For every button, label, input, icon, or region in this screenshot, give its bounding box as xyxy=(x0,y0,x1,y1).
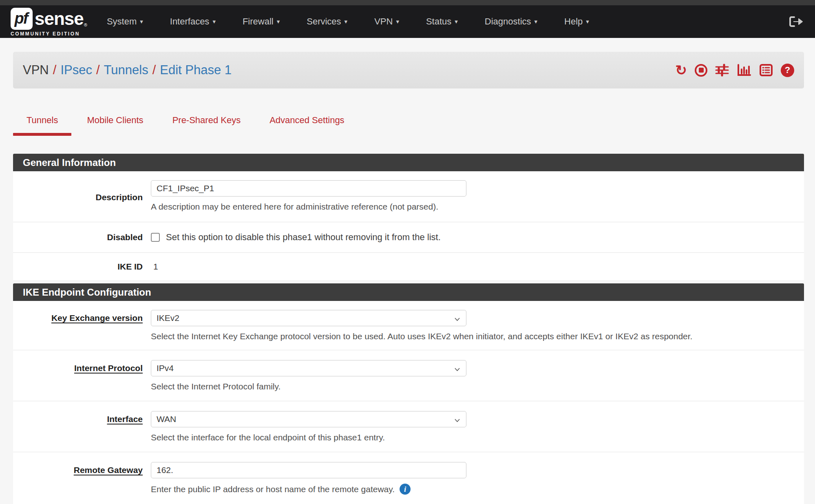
chevron-down-icon xyxy=(454,417,460,424)
description-input[interactable] xyxy=(151,180,466,197)
disabled-checkbox-text: Set this option to disable this phase1 w… xyxy=(166,232,441,243)
sign-out-icon[interactable] xyxy=(788,15,803,28)
form-row-disabled: Disabled Set this option to disable this… xyxy=(13,222,804,252)
disabled-label: Disabled xyxy=(107,232,143,242)
bar-chart-icon[interactable] xyxy=(737,64,751,77)
logo-name-text: sense xyxy=(35,9,84,29)
disabled-checkbox[interactable] xyxy=(151,233,160,242)
chevron-down-icon: ▾ xyxy=(345,18,348,25)
page-action-icons: ↻ xyxy=(676,64,795,77)
nav-item-help[interactable]: Help ▾ xyxy=(564,16,589,27)
form-row-key-exchange-version: Key Exchange version IKEv2 Select the In… xyxy=(13,301,804,350)
breadcrumb-link-ipsec[interactable]: IPsec xyxy=(60,63,92,77)
tab-tunnels[interactable]: Tunnels xyxy=(13,109,71,136)
key-exchange-version-select[interactable]: IKEv2 xyxy=(151,310,466,326)
active-tab-underline xyxy=(13,133,71,136)
tab-mobile-clients[interactable]: Mobile Clients xyxy=(73,109,157,136)
form-row-remote-gateway: Remote Gateway Enter the public IP addre… xyxy=(13,452,804,504)
description-help-text: A description may be entered here for ad… xyxy=(151,202,804,212)
nav-item-status[interactable]: Status ▾ xyxy=(426,16,458,27)
breadcrumb-separator: / xyxy=(148,63,160,77)
window-top-strip xyxy=(0,0,815,5)
interface-help-text: Select the interface for the local endpo… xyxy=(151,433,804,442)
nav-item-firewall[interactable]: Firewall ▾ xyxy=(243,16,280,27)
key-exchange-version-label[interactable]: Key Exchange version xyxy=(51,313,143,323)
chevron-down-icon xyxy=(454,316,460,323)
chevron-down-icon: ▾ xyxy=(586,18,589,25)
breadcrumb-section: VPN xyxy=(23,63,49,77)
internet-protocol-select[interactable]: IPv4 xyxy=(151,360,466,376)
tab-pre-shared-keys[interactable]: Pre-Shared Keys xyxy=(159,109,254,136)
form-row-description: Description A description may be entered… xyxy=(13,171,804,222)
form-row-internet-protocol: Internet Protocol IPv4 Select the Intern… xyxy=(13,350,804,401)
nav-item-vpn[interactable]: VPN ▾ xyxy=(374,16,399,27)
ike-id-value: 1 xyxy=(151,262,158,271)
sliders-icon[interactable] xyxy=(715,64,729,77)
nav-item-services[interactable]: Services ▾ xyxy=(307,16,347,27)
breadcrumb-separator: / xyxy=(49,63,61,77)
breadcrumb-bar: VPN / IPsec / Tunnels / Edit Phase 1 ↻ xyxy=(13,52,804,88)
panel-title-ike-endpoint-configuration: IKE Endpoint Configuration xyxy=(13,283,804,301)
remote-gateway-input[interactable] xyxy=(151,462,466,478)
chevron-down-icon: ▾ xyxy=(277,18,280,25)
nav-item-diagnostics[interactable]: Diagnostics ▾ xyxy=(485,16,537,27)
main-navbar: pf sense ® COMMUNITY EDITION System ▾ In… xyxy=(0,5,815,38)
remote-gateway-label[interactable]: Remote Gateway xyxy=(74,465,143,475)
description-label: Description xyxy=(95,192,143,202)
breadcrumb-link-edit-phase-1[interactable]: Edit Phase 1 xyxy=(160,63,232,77)
stop-icon[interactable] xyxy=(695,64,707,77)
remote-gateway-help-text: Enter the public IP address or host name… xyxy=(151,484,395,494)
logo-pf-text: pf xyxy=(15,10,29,27)
ipsec-tabs: Tunnels Mobile Clients Pre-Shared Keys A… xyxy=(13,109,360,136)
pfsense-logo-mark: pf xyxy=(11,8,33,30)
pfsense-logo[interactable]: pf sense ® COMMUNITY EDITION xyxy=(11,8,87,37)
chevron-down-icon: ▾ xyxy=(140,18,143,25)
tab-advanced-settings[interactable]: Advanced Settings xyxy=(256,109,358,136)
help-icon[interactable]: ? xyxy=(781,64,794,77)
key-exchange-version-help-text: Select the Internet Key Exchange protoco… xyxy=(151,332,804,341)
info-icon[interactable]: i xyxy=(400,484,411,495)
nav-item-system[interactable]: System ▾ xyxy=(107,16,143,27)
panel-title-general-information: General Information xyxy=(13,154,804,171)
nav-item-interfaces[interactable]: Interfaces ▾ xyxy=(170,16,216,27)
list-icon[interactable] xyxy=(759,64,773,77)
chevron-down-icon xyxy=(454,366,460,373)
breadcrumb-link-tunnels[interactable]: Tunnels xyxy=(104,63,148,77)
logo-subtitle: COMMUNITY EDITION xyxy=(11,31,87,37)
nav-menu: System ▾ Interfaces ▾ Firewall ▾ Service… xyxy=(107,16,589,27)
chevron-down-icon: ▾ xyxy=(534,18,538,25)
panel-ike-endpoint-configuration: IKE Endpoint Configuration Key Exchange … xyxy=(13,283,804,504)
interface-select[interactable]: WAN xyxy=(151,411,466,427)
page-content: General Information Description A descri… xyxy=(13,154,804,504)
refresh-icon[interactable]: ↻ xyxy=(676,64,687,76)
internet-protocol-label[interactable]: Internet Protocol xyxy=(74,363,143,373)
form-row-ike-id: IKE ID 1 xyxy=(13,252,804,280)
chevron-down-icon: ▾ xyxy=(396,18,399,25)
panel-general-information: General Information Description A descri… xyxy=(13,154,804,280)
ike-id-label: IKE ID xyxy=(117,262,143,271)
chevron-down-icon: ▾ xyxy=(212,18,216,25)
interface-label[interactable]: Interface xyxy=(107,414,143,424)
internet-protocol-help-text: Select the Internet Protocol family. xyxy=(151,382,804,391)
chevron-down-icon: ▾ xyxy=(455,18,458,25)
form-row-interface: Interface WAN Select the interface for t… xyxy=(13,401,804,452)
logo-registered-mark: ® xyxy=(84,22,87,27)
breadcrumb-separator: / xyxy=(92,63,104,77)
